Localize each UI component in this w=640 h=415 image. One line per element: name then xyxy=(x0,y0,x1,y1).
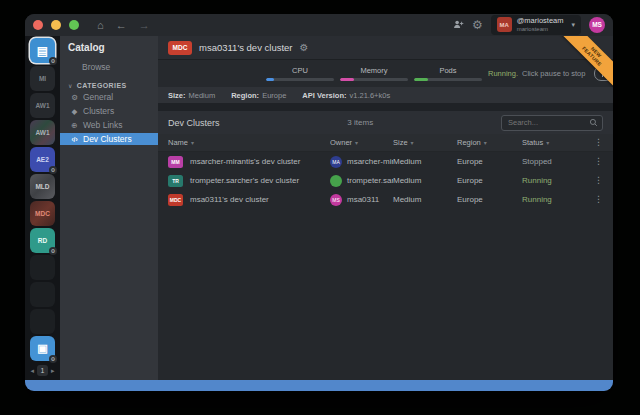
metric-label: CPU xyxy=(266,66,334,75)
column-label: Region xyxy=(457,138,481,147)
info-region: Region:Europe xyxy=(231,91,286,100)
user-avatar[interactable]: MS xyxy=(589,17,605,33)
owner-name: msa0311 xyxy=(347,195,379,204)
column-label: Name xyxy=(168,138,188,147)
kebab-menu-icon[interactable]: ⋮ xyxy=(594,138,603,147)
owner-name: msarcher-mira... xyxy=(347,157,393,166)
hotbar-item-label: MI xyxy=(39,75,46,82)
user-subtitle: mariosteam xyxy=(517,26,564,33)
hotbar-pager: ◂ 1 ▸ xyxy=(30,365,54,376)
titlebar-actions: ⚙ MA @mariosteam mariosteam ▾ MS xyxy=(453,15,605,35)
hotbar-item-docs[interactable]: ▣ ⚙ xyxy=(30,336,55,361)
metric-track xyxy=(266,78,334,81)
close-button[interactable] xyxy=(33,20,43,30)
info-size: Size:Medium xyxy=(168,91,215,100)
user-handle: @mariosteam xyxy=(517,17,564,26)
hotbar-item-mld[interactable]: MLD xyxy=(30,174,55,199)
metric-fill xyxy=(266,78,274,81)
status-text: Running. xyxy=(488,69,518,78)
table-row[interactable]: MDC msa0311's dev cluster MS msa0311 Med… xyxy=(158,190,613,209)
gear-icon: ⚙ xyxy=(70,93,79,102)
column-header-status[interactable]: Status▾ xyxy=(522,138,588,147)
sidebar-item-label: Web Links xyxy=(83,120,123,130)
hotbar-item-aw1[interactable]: AW1 xyxy=(30,93,55,118)
hotbar-item-ae2[interactable]: AE2 ⚙ xyxy=(30,147,55,172)
ribbon-container: NEW FEATURE xyxy=(557,36,613,92)
entity-badge: MDC xyxy=(168,41,192,55)
globe-icon: ⊕ xyxy=(70,121,79,130)
back-icon[interactable]: ← xyxy=(116,20,127,31)
sidebar-item-dev-clusters[interactable]: ‹/› Dev Clusters xyxy=(60,133,158,145)
hotbar-empty-slot[interactable] xyxy=(30,309,55,334)
entity-settings-gear-icon[interactable]: ⚙ xyxy=(300,42,309,53)
column-header-size[interactable]: Size▾ xyxy=(393,138,457,147)
cell-name: MM msarcher-mirantis's dev cluster xyxy=(168,156,330,168)
sort-icon: ▾ xyxy=(355,139,358,146)
chevron-down-icon: ∨ xyxy=(68,82,73,89)
categories-header[interactable]: ∨ CATEGORIES xyxy=(60,82,158,89)
column-label: Size xyxy=(393,138,408,147)
hotbar-item-label: AW1 xyxy=(35,129,49,136)
pager-next-icon[interactable]: ▸ xyxy=(51,367,55,375)
team-switcher[interactable]: MA @mariosteam mariosteam ▾ xyxy=(491,15,581,35)
cell-region: Europe xyxy=(457,176,522,185)
column-header-name[interactable]: Name▾ xyxy=(168,138,330,147)
info-api-version: API Version:v1.21.6+k0s xyxy=(302,91,390,100)
owner-avatar xyxy=(330,175,342,187)
pager-prev-icon[interactable]: ◂ xyxy=(30,367,34,375)
cell-status: Running xyxy=(522,176,588,185)
table-row[interactable]: TR trompeter.sarcher's dev cluster tromp… xyxy=(158,171,613,190)
app-window: ⌂ ← → ⚙ MA @mariosteam mariosteam ▾ MS xyxy=(25,14,613,391)
table-toolbar: Dev Clusters 3 items xyxy=(158,111,613,134)
sidebar-item-web-links[interactable]: ⊕ Web Links xyxy=(60,119,158,131)
metric-fill xyxy=(414,78,428,81)
row-kebab-menu-icon[interactable]: ⋮ xyxy=(594,157,603,166)
row-kebab-menu-icon[interactable]: ⋮ xyxy=(594,176,603,185)
metric-memory: Memory xyxy=(340,66,408,81)
search-icon xyxy=(589,118,598,127)
main-content: MDC msa0311's dev cluster ⚙ CPU Memory xyxy=(158,36,613,380)
metric-fill xyxy=(340,78,354,81)
sort-icon: ▾ xyxy=(191,139,194,146)
metric-label: Pods xyxy=(414,66,482,75)
entity-badge: TR xyxy=(168,175,183,187)
hotbar-item-label: AE2 xyxy=(36,156,49,163)
sidebar-item-general[interactable]: ⚙ General xyxy=(60,91,158,103)
sidebar-item-label: Dev Clusters xyxy=(83,134,132,144)
sidebar-item-clusters[interactable]: ◆ Clusters xyxy=(60,105,158,117)
column-label: Owner xyxy=(330,138,352,147)
metric-cpu: CPU xyxy=(266,66,334,81)
table-header-row: Name▾ Owner▾ Size▾ Region▾ Status▾ ⋮ xyxy=(158,134,613,152)
entity-title: msa0311's dev cluster xyxy=(199,42,293,53)
catalog-title: Catalog xyxy=(60,42,158,53)
column-header-region[interactable]: Region▾ xyxy=(457,138,522,147)
minimize-button[interactable] xyxy=(51,20,61,30)
row-kebab-menu-icon[interactable]: ⋮ xyxy=(594,195,603,204)
hotbar-item-mdc[interactable]: MDC xyxy=(30,201,55,226)
search-box xyxy=(501,115,603,131)
settings-gear-icon[interactable]: ⚙ xyxy=(472,19,483,31)
home-icon[interactable]: ⌂ xyxy=(97,20,104,31)
hotbar-item-rd[interactable]: RD ⚙ xyxy=(30,228,55,253)
cluster-name: msarcher-mirantis's dev cluster xyxy=(190,157,300,166)
hotbar-empty-slot[interactable] xyxy=(30,282,55,307)
search-input[interactable] xyxy=(506,117,589,128)
hotbar-item-aw1-2[interactable]: AW1 xyxy=(30,120,55,145)
table-row[interactable]: MM msarcher-mirantis's dev cluster MA ms… xyxy=(158,152,613,171)
categories-label: CATEGORIES xyxy=(77,82,127,89)
hotbar-item-catalog[interactable]: ▤ ⚙ xyxy=(30,38,55,63)
maximize-button[interactable] xyxy=(69,20,79,30)
cell-owner: MA msarcher-mira... xyxy=(330,156,393,168)
user-add-icon[interactable] xyxy=(453,19,464,30)
info-value: v1.21.6+k0s xyxy=(350,91,391,100)
sidebar-item-browse[interactable]: Browse xyxy=(60,62,158,72)
cell-region: Europe xyxy=(457,157,522,166)
cell-size: Medium xyxy=(393,157,457,166)
info-value: Europe xyxy=(262,91,286,100)
hotbar-empty-slot[interactable] xyxy=(30,255,55,280)
column-header-owner[interactable]: Owner▾ xyxy=(330,138,393,147)
forward-icon[interactable]: → xyxy=(139,20,150,31)
hotbar-item-mi[interactable]: MI xyxy=(30,66,55,91)
window-body: ▤ ⚙ MI AW1 AW1 AE2 ⚙ MLD MDC RD ⚙ xyxy=(25,36,613,380)
panel-icon: ▣ xyxy=(37,342,47,355)
